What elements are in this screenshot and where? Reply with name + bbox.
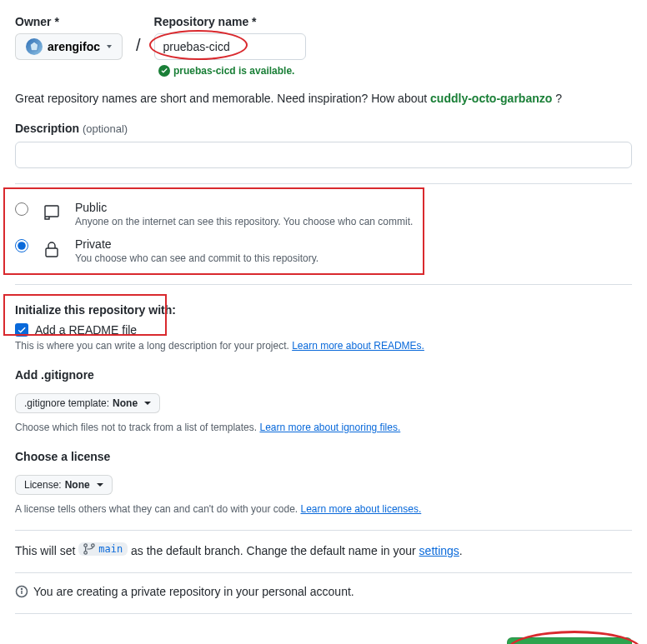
default-branch-text: This will set main as the default branch…	[15, 542, 632, 557]
description-label: Description (optional)	[15, 122, 632, 135]
visibility-public-radio[interactable]	[15, 202, 28, 216]
reponame-label: Repository name *	[154, 15, 306, 28]
branch-badge: main	[78, 542, 128, 556]
license-learn-more-link[interactable]: Learn more about licenses.	[301, 503, 422, 515]
gitignore-select-button[interactable]: .gitignore template: None	[15, 393, 160, 413]
chevron-down-icon	[97, 483, 103, 487]
svg-point-4	[22, 589, 23, 590]
gitignore-heading: Add .gitignore	[15, 368, 632, 382]
visibility-private-desc: You choose who can see and commit to thi…	[75, 252, 318, 264]
repo-icon	[40, 201, 63, 224]
visibility-public-desc: Anyone on the internet can see this repo…	[75, 216, 413, 227]
visibility-public-row[interactable]: Public Anyone on the internet can see th…	[15, 196, 632, 232]
readme-learn-more-link[interactable]: Learn more about READMEs.	[292, 340, 424, 352]
info-notice: You are creating a private repository in…	[15, 585, 632, 598]
description-input[interactable]	[15, 142, 632, 168]
readme-checkbox-row[interactable]: Add a README file	[15, 323, 632, 337]
readme-label: Add a README file	[35, 323, 137, 337]
section-divider	[15, 572, 632, 573]
chevron-down-icon	[144, 402, 151, 405]
owner-select-button[interactable]: arengifoc	[15, 33, 123, 60]
gitignore-learn-more-link[interactable]: Learn more about ignoring files.	[259, 422, 400, 433]
git-branch-icon	[83, 543, 95, 555]
info-icon	[15, 585, 28, 598]
initialize-heading: Initialize this repository with:	[15, 303, 632, 317]
visibility-private-row[interactable]: Private You choose who can see and commi…	[15, 232, 632, 269]
check-circle-icon	[158, 65, 170, 77]
readme-checkbox[interactable]	[15, 323, 28, 337]
license-heading: Choose a license	[15, 450, 632, 463]
gitignore-desc: Choose which files not to track from a l…	[15, 422, 632, 433]
license-desc: A license tells others what they can and…	[15, 503, 632, 515]
svg-rect-0	[45, 206, 58, 217]
lock-icon	[40, 237, 63, 261]
owner-repo-separator: /	[134, 36, 143, 60]
reponame-available-status: pruebas-cicd is available.	[158, 65, 632, 77]
visibility-private-title: Private	[75, 237, 318, 251]
license-select-button[interactable]: License: None	[15, 475, 113, 495]
owner-avatar-icon	[26, 38, 43, 55]
owner-name: arengifoc	[48, 40, 100, 53]
readme-desc: This is where you can write a long descr…	[15, 340, 632, 352]
section-divider	[15, 284, 632, 285]
naming-hint: Great repository names are short and mem…	[15, 92, 632, 105]
visibility-public-title: Public	[75, 201, 413, 214]
owner-label: Owner *	[15, 15, 123, 28]
name-suggestion-link[interactable]: cuddly-octo-garbanzo	[430, 92, 552, 105]
visibility-private-radio[interactable]	[15, 239, 28, 252]
section-divider	[15, 530, 632, 531]
section-divider	[15, 613, 632, 614]
chevron-down-icon	[107, 45, 112, 48]
section-divider	[15, 183, 632, 184]
branch-settings-link[interactable]: settings	[419, 544, 459, 557]
create-repository-button[interactable]: Create repository	[507, 637, 632, 644]
svg-rect-1	[46, 248, 58, 257]
check-icon	[17, 325, 27, 335]
reponame-input[interactable]	[154, 33, 306, 60]
